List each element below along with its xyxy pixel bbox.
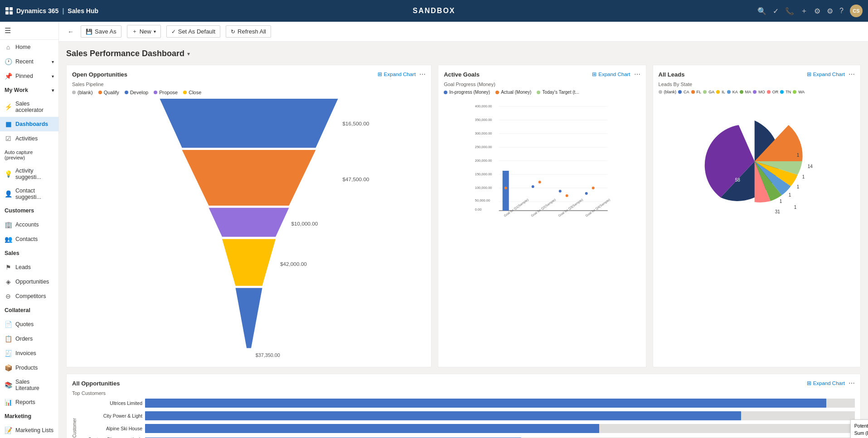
new-button[interactable]: ＋ New ▾ [127,25,161,38]
legend-qualify: Qualify [98,90,119,95]
app-logo[interactable]: Dynamics 365 | Sales Hub [5,7,98,14]
reports-label: Reports [15,399,35,405]
contact-suggestions-label: Contact suggesti... [15,188,54,200]
leads-icon: ⚑ [5,264,12,271]
svg-text:Goal for Q2(Sample): Goal for Q2(Sample) [530,198,557,218]
settings-icon[interactable]: ⚙ [827,7,833,15]
sidebar-header: ☰ [0,22,58,40]
pin-icon: 📌 [5,72,12,80]
leads-label: Leads [15,264,31,270]
active-goals-expand[interactable]: ⊞ Expand Chart [592,71,630,77]
hbar-track-ultrices [145,399,855,408]
sales-section[interactable]: Sales [0,246,58,260]
sidebar-item-activity-suggestions[interactable]: 💡 Activity suggesti... [0,164,58,184]
all-leads-card: All Leads ⊞ Expand Chart ⋯ Leads By Stat… [653,65,861,367]
svg-text:0.00: 0.00 [475,207,482,212]
refresh-button[interactable]: ↻ Refresh All [226,25,271,38]
search-icon[interactable]: 🔍 [757,7,766,15]
legend-fl: FL [691,90,702,94]
sidebar-item-orders[interactable]: 📋 Orders [0,332,58,346]
sales-pipeline-label: Sales Pipeline [72,82,426,87]
hbar-label-alpine: Alpine Ski House [79,426,142,431]
active-goals-menu[interactable]: ⋯ [634,71,640,78]
funnel-segment-4 [222,239,276,286]
dot-q4-actual [592,187,595,189]
active-goals-svg: 400,000.00 350,000.00 300,000.00 250,000… [444,98,640,221]
svg-text:Goal for Q4(Sample): Goal for Q4(Sample) [585,198,611,218]
sidebar-item-products[interactable]: 📦 Products [0,361,58,375]
accelerator-icon: ⚡ [5,103,12,111]
sidebar-item-pinned[interactable]: 📌 Pinned ▾ [0,69,58,83]
sidebar-item-accounts[interactable]: 🏢 Accounts [0,217,58,232]
hbar-fill-ultrices [145,399,826,408]
all-opps-expand[interactable]: ⊞ Expand Chart [807,380,845,386]
legend-ma: MA [740,90,752,94]
sidebar-item-activities[interactable]: ☑ Activities [0,131,58,146]
hamburger-icon[interactable]: ☰ [5,26,11,35]
sidebar-item-contact-suggestions[interactable]: 👤 Contact suggesti... [0,184,58,204]
set-default-button[interactable]: ✓ Set As Default [166,25,220,38]
svg-text:$42,000.00: $42,000.00 [280,261,307,267]
bar-q1-inprogress [503,171,509,211]
filter-icon[interactable]: ⚙ [814,7,820,15]
sidebar-item-competitors[interactable]: ⊖ Competitors [0,289,58,303]
legend-dot-close [183,91,187,94]
svg-text:$47,500.00: $47,500.00 [343,176,369,182]
marketing-section[interactable]: Marketing [0,409,58,423]
help-icon[interactable]: ? [839,7,844,15]
sidebar-item-marketing-lists[interactable]: 📝 Marketing Lists [0,423,58,438]
sidebar-item-dashboards[interactable]: ▦ Dashboards [0,117,58,131]
open-opportunities-expand[interactable]: ⊞ Expand Chart [378,71,416,77]
svg-text:1: 1 [788,193,791,197]
sidebar-item-reports[interactable]: 📊 Reports [0,395,58,409]
collateral-section[interactable]: Collateral [0,303,58,317]
all-opps-menu[interactable]: ⋯ [849,380,855,387]
recent-icon: 🕐 [5,58,12,65]
checkmark-icon[interactable]: ✓ [773,7,779,15]
refresh-label: Refresh All [238,28,266,35]
sidebar-item-invoices[interactable]: 🧾 Invoices [0,346,58,361]
legend-actual: Actual (Money) [495,90,531,95]
sidebar-item-leads[interactable]: ⚑ Leads [0,260,58,274]
save-icon: 💾 [86,29,92,35]
top-bar-right: 🔍 ✓ 📞 ＋ ⚙ ⚙ ? CS [757,5,863,17]
opportunities-icon: ◈ [5,278,12,285]
my-work-section[interactable]: My Work ▾ [0,83,58,97]
funnel-segment-1 [160,99,338,148]
dashboard-dropdown[interactable]: ▾ [187,51,190,57]
hbar-label-ultrices: Ultrices Limited [79,400,142,406]
svg-text:58: 58 [735,178,740,183]
svg-text:1: 1 [794,205,796,210]
legend-target: Today's Target (t... [537,90,579,95]
dot-q1-actual [504,187,507,189]
phone-icon[interactable]: 📞 [785,7,794,15]
sidebar-item-recent[interactable]: 🕐 Recent ▾ [0,54,58,69]
sidebar-item-opportunities[interactable]: ◈ Opportunities [0,274,58,289]
sidebar-item-contacts[interactable]: 👥 Contacts [0,232,58,246]
all-opps-title: All Opportunities [72,380,120,387]
back-button[interactable]: ← [66,27,75,36]
svg-text:1: 1 [796,184,799,189]
plus-icon[interactable]: ＋ [800,6,808,16]
sidebar-item-home[interactable]: ⌂ Home [0,40,58,54]
accounts-label: Accounts [15,221,39,228]
auto-capture-section[interactable]: Auto capture (preview) [0,146,58,164]
all-leads-menu[interactable]: ⋯ [849,71,855,78]
svg-text:1: 1 [779,199,782,204]
legend-tn: TN [780,90,791,94]
sidebar-item-sales-accelerator[interactable]: ⚡ Sales accelerator [0,97,58,117]
competitors-icon: ⊖ [5,293,12,300]
save-as-button[interactable]: 💾 Save As [81,25,121,38]
svg-text:400,000.00: 400,000.00 [475,104,492,108]
sidebar-pinned-label: Pinned [15,73,33,79]
hbar-track-alpine: Potential Customer:Alpine Ski House Sum … [145,424,855,433]
sidebar-item-sales-literature[interactable]: 📚 Sales Literature [0,375,58,395]
all-leads-expand[interactable]: ⊞ Expand Chart [807,71,845,77]
contact-suggest-icon: 👤 [5,190,12,197]
quotes-label: Quotes [15,321,34,327]
open-opportunities-menu[interactable]: ⋯ [419,71,426,78]
customers-section[interactable]: Customers [0,204,58,217]
contacts-icon: 👥 [5,236,12,243]
avatar[interactable]: CS [850,5,863,17]
sidebar-item-quotes[interactable]: 📄 Quotes [0,317,58,332]
